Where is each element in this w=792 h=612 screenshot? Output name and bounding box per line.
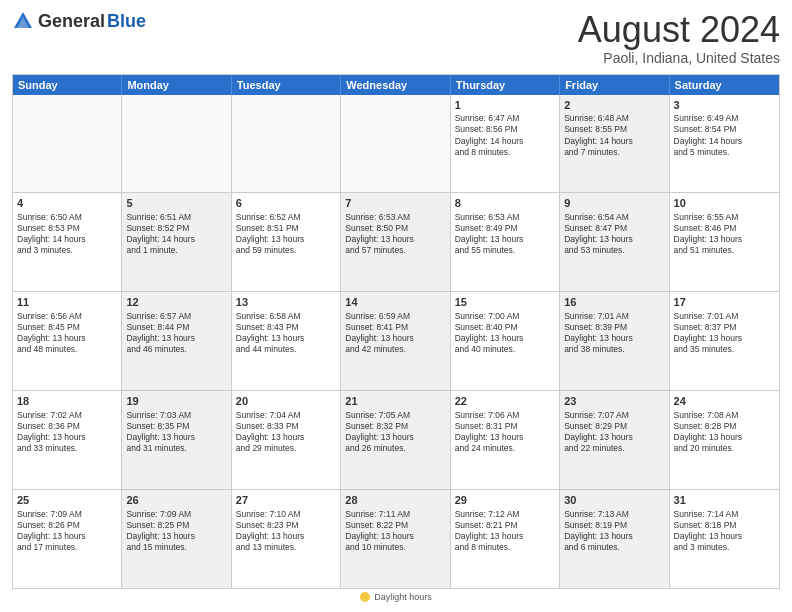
day-cell-18: 18Sunrise: 7:02 AM Sunset: 8:36 PM Dayli… (13, 391, 122, 489)
day-number: 22 (455, 394, 555, 409)
calendar-body: 1Sunrise: 6:47 AM Sunset: 8:56 PM Daylig… (13, 95, 779, 588)
day-cell-12: 12Sunrise: 6:57 AM Sunset: 8:44 PM Dayli… (122, 292, 231, 390)
day-number: 7 (345, 196, 445, 211)
day-cell-2: 2Sunrise: 6:48 AM Sunset: 8:55 PM Daylig… (560, 95, 669, 193)
day-number: 26 (126, 493, 226, 508)
day-info: Sunrise: 6:57 AM Sunset: 8:44 PM Dayligh… (126, 311, 226, 355)
day-cell-4: 4Sunrise: 6:50 AM Sunset: 8:53 PM Daylig… (13, 193, 122, 291)
day-number: 18 (17, 394, 117, 409)
day-number: 11 (17, 295, 117, 310)
calendar-row-1: 1Sunrise: 6:47 AM Sunset: 8:56 PM Daylig… (13, 95, 779, 193)
location: Paoli, Indiana, United States (578, 50, 780, 66)
day-info: Sunrise: 6:59 AM Sunset: 8:41 PM Dayligh… (345, 311, 445, 355)
footer: Daylight hours (12, 589, 780, 602)
day-cell-27: 27Sunrise: 7:10 AM Sunset: 8:23 PM Dayli… (232, 490, 341, 588)
day-cell-26: 26Sunrise: 7:09 AM Sunset: 8:25 PM Dayli… (122, 490, 231, 588)
main-container: General Blue August 2024 Paoli, Indiana,… (0, 0, 792, 612)
day-header-wednesday: Wednesday (341, 75, 450, 95)
day-cell-20: 20Sunrise: 7:04 AM Sunset: 8:33 PM Dayli… (232, 391, 341, 489)
day-info: Sunrise: 7:12 AM Sunset: 8:21 PM Dayligh… (455, 509, 555, 553)
sun-icon (360, 592, 370, 602)
day-cell-5: 5Sunrise: 6:51 AM Sunset: 8:52 PM Daylig… (122, 193, 231, 291)
logo-icon (12, 10, 34, 32)
day-info: Sunrise: 6:51 AM Sunset: 8:52 PM Dayligh… (126, 212, 226, 256)
day-info: Sunrise: 6:52 AM Sunset: 8:51 PM Dayligh… (236, 212, 336, 256)
day-cell-7: 7Sunrise: 6:53 AM Sunset: 8:50 PM Daylig… (341, 193, 450, 291)
day-cell-29: 29Sunrise: 7:12 AM Sunset: 8:21 PM Dayli… (451, 490, 560, 588)
day-cell-22: 22Sunrise: 7:06 AM Sunset: 8:31 PM Dayli… (451, 391, 560, 489)
day-cell-10: 10Sunrise: 6:55 AM Sunset: 8:46 PM Dayli… (670, 193, 779, 291)
day-cell-24: 24Sunrise: 7:08 AM Sunset: 8:28 PM Dayli… (670, 391, 779, 489)
day-number: 5 (126, 196, 226, 211)
day-info: Sunrise: 6:50 AM Sunset: 8:53 PM Dayligh… (17, 212, 117, 256)
day-info: Sunrise: 6:56 AM Sunset: 8:45 PM Dayligh… (17, 311, 117, 355)
day-header-saturday: Saturday (670, 75, 779, 95)
day-number: 23 (564, 394, 664, 409)
day-header-monday: Monday (122, 75, 231, 95)
day-info: Sunrise: 7:03 AM Sunset: 8:35 PM Dayligh… (126, 410, 226, 454)
day-info: Sunrise: 7:02 AM Sunset: 8:36 PM Dayligh… (17, 410, 117, 454)
day-cell-3: 3Sunrise: 6:49 AM Sunset: 8:54 PM Daylig… (670, 95, 779, 193)
day-info: Sunrise: 6:54 AM Sunset: 8:47 PM Dayligh… (564, 212, 664, 256)
day-number: 24 (674, 394, 775, 409)
day-info: Sunrise: 7:10 AM Sunset: 8:23 PM Dayligh… (236, 509, 336, 553)
day-info: Sunrise: 6:49 AM Sunset: 8:54 PM Dayligh… (674, 113, 775, 157)
day-number: 3 (674, 98, 775, 113)
day-header-tuesday: Tuesday (232, 75, 341, 95)
day-number: 28 (345, 493, 445, 508)
day-header-thursday: Thursday (451, 75, 560, 95)
day-info: Sunrise: 7:13 AM Sunset: 8:19 PM Dayligh… (564, 509, 664, 553)
day-info: Sunrise: 7:09 AM Sunset: 8:26 PM Dayligh… (17, 509, 117, 553)
day-number: 31 (674, 493, 775, 508)
footer-text: Daylight hours (374, 592, 432, 602)
day-cell-1: 1Sunrise: 6:47 AM Sunset: 8:56 PM Daylig… (451, 95, 560, 193)
day-info: Sunrise: 6:53 AM Sunset: 8:49 PM Dayligh… (455, 212, 555, 256)
day-cell-13: 13Sunrise: 6:58 AM Sunset: 8:43 PM Dayli… (232, 292, 341, 390)
calendar-row-3: 11Sunrise: 6:56 AM Sunset: 8:45 PM Dayli… (13, 291, 779, 390)
day-number: 30 (564, 493, 664, 508)
day-cell-19: 19Sunrise: 7:03 AM Sunset: 8:35 PM Dayli… (122, 391, 231, 489)
day-number: 10 (674, 196, 775, 211)
day-cell-9: 9Sunrise: 6:54 AM Sunset: 8:47 PM Daylig… (560, 193, 669, 291)
logo-blue-text: Blue (107, 11, 146, 32)
day-number: 13 (236, 295, 336, 310)
day-info: Sunrise: 6:48 AM Sunset: 8:55 PM Dayligh… (564, 113, 664, 157)
empty-cell (341, 95, 450, 193)
day-info: Sunrise: 7:04 AM Sunset: 8:33 PM Dayligh… (236, 410, 336, 454)
empty-cell (13, 95, 122, 193)
day-info: Sunrise: 6:47 AM Sunset: 8:56 PM Dayligh… (455, 113, 555, 157)
day-number: 4 (17, 196, 117, 211)
day-info: Sunrise: 7:08 AM Sunset: 8:28 PM Dayligh… (674, 410, 775, 454)
logo-general-text: General (38, 11, 105, 32)
title-section: August 2024 Paoli, Indiana, United State… (578, 10, 780, 66)
day-number: 6 (236, 196, 336, 211)
day-header-friday: Friday (560, 75, 669, 95)
day-cell-15: 15Sunrise: 7:00 AM Sunset: 8:40 PM Dayli… (451, 292, 560, 390)
day-number: 19 (126, 394, 226, 409)
calendar-row-2: 4Sunrise: 6:50 AM Sunset: 8:53 PM Daylig… (13, 192, 779, 291)
day-number: 25 (17, 493, 117, 508)
day-number: 9 (564, 196, 664, 211)
day-number: 20 (236, 394, 336, 409)
day-cell-6: 6Sunrise: 6:52 AM Sunset: 8:51 PM Daylig… (232, 193, 341, 291)
day-number: 14 (345, 295, 445, 310)
header: General Blue August 2024 Paoli, Indiana,… (12, 10, 780, 66)
day-info: Sunrise: 7:14 AM Sunset: 8:18 PM Dayligh… (674, 509, 775, 553)
day-cell-25: 25Sunrise: 7:09 AM Sunset: 8:26 PM Dayli… (13, 490, 122, 588)
day-cell-11: 11Sunrise: 6:56 AM Sunset: 8:45 PM Dayli… (13, 292, 122, 390)
day-info: Sunrise: 6:53 AM Sunset: 8:50 PM Dayligh… (345, 212, 445, 256)
logo: General Blue (12, 10, 146, 32)
day-number: 2 (564, 98, 664, 113)
day-number: 17 (674, 295, 775, 310)
day-info: Sunrise: 6:55 AM Sunset: 8:46 PM Dayligh… (674, 212, 775, 256)
day-cell-28: 28Sunrise: 7:11 AM Sunset: 8:22 PM Dayli… (341, 490, 450, 588)
day-number: 8 (455, 196, 555, 211)
empty-cell (232, 95, 341, 193)
day-info: Sunrise: 7:07 AM Sunset: 8:29 PM Dayligh… (564, 410, 664, 454)
day-cell-8: 8Sunrise: 6:53 AM Sunset: 8:49 PM Daylig… (451, 193, 560, 291)
day-number: 15 (455, 295, 555, 310)
day-cell-21: 21Sunrise: 7:05 AM Sunset: 8:32 PM Dayli… (341, 391, 450, 489)
day-number: 1 (455, 98, 555, 113)
calendar-row-5: 25Sunrise: 7:09 AM Sunset: 8:26 PM Dayli… (13, 489, 779, 588)
day-info: Sunrise: 7:11 AM Sunset: 8:22 PM Dayligh… (345, 509, 445, 553)
